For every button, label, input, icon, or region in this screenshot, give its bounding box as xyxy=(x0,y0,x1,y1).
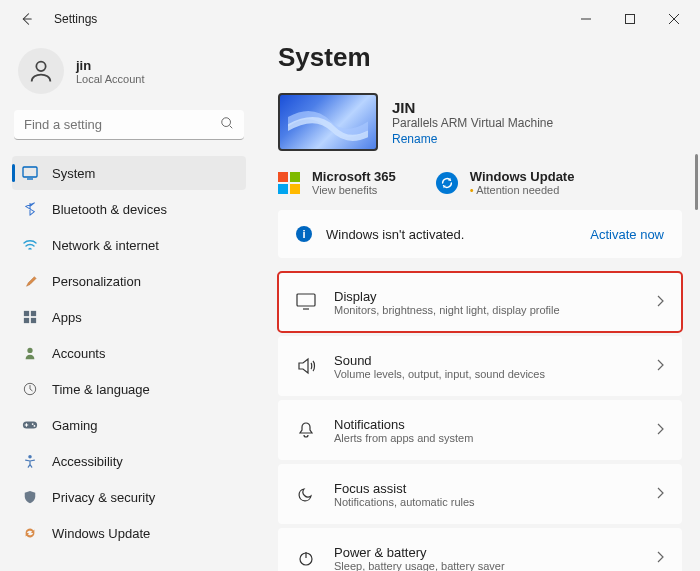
close-button[interactable] xyxy=(652,4,696,34)
sidebar: jin Local Account System Bluetooth & dev… xyxy=(0,38,258,571)
user-block[interactable]: jin Local Account xyxy=(12,44,246,110)
clock-icon xyxy=(22,381,38,397)
update-icon xyxy=(22,525,38,541)
svg-point-8 xyxy=(27,348,32,353)
device-thumbnail xyxy=(278,93,378,151)
apps-icon xyxy=(22,309,38,325)
svg-point-2 xyxy=(222,118,231,127)
sidebar-item-label: Gaming xyxy=(52,418,98,433)
setting-desc: Monitors, brightness, night light, displ… xyxy=(334,304,638,316)
sidebar-item-label: Privacy & security xyxy=(52,490,155,505)
setting-title: Display xyxy=(334,289,638,304)
chevron-right-icon xyxy=(656,293,664,311)
shield-icon xyxy=(22,489,38,505)
wu-sub: Attention needed xyxy=(470,184,575,196)
sidebar-item-label: Accessibility xyxy=(52,454,123,469)
chevron-right-icon xyxy=(656,421,664,439)
sidebar-item-windows-update[interactable]: Windows Update xyxy=(12,516,246,550)
microsoft-logo-icon xyxy=(278,172,300,194)
sidebar-item-label: Time & language xyxy=(52,382,150,397)
m365-title: Microsoft 365 xyxy=(312,169,396,184)
m365-sub: View benefits xyxy=(312,184,396,196)
bluetooth-icon xyxy=(22,201,38,217)
user-name: jin xyxy=(76,58,145,73)
person-icon xyxy=(27,57,55,85)
sidebar-item-label: Network & internet xyxy=(52,238,159,253)
minimize-button[interactable] xyxy=(564,4,608,34)
setting-desc: Notifications, automatic rules xyxy=(334,496,638,508)
info-icon: i xyxy=(296,226,312,242)
maximize-icon xyxy=(625,14,635,24)
setting-desc: Sleep, battery usage, battery saver xyxy=(334,560,638,572)
search-input[interactable] xyxy=(14,110,244,140)
power-icon xyxy=(296,548,316,568)
chevron-right-icon xyxy=(656,485,664,503)
rename-link[interactable]: Rename xyxy=(392,132,553,146)
arrow-left-icon xyxy=(19,12,33,26)
setting-title: Sound xyxy=(334,353,638,368)
sidebar-item-label: Accounts xyxy=(52,346,105,361)
svg-rect-14 xyxy=(297,294,315,306)
setting-card-focus-assist[interactable]: Focus assist Notifications, automatic ru… xyxy=(278,464,682,524)
maximize-button[interactable] xyxy=(608,4,652,34)
sidebar-item-label: System xyxy=(52,166,95,181)
setting-title: Notifications xyxy=(334,417,638,432)
setting-card-power[interactable]: Power & battery Sleep, battery usage, ba… xyxy=(278,528,682,571)
device-block: JIN Parallels ARM Virtual Machine Rename xyxy=(278,93,682,151)
page-title: System xyxy=(278,42,682,73)
sidebar-item-label: Bluetooth & devices xyxy=(52,202,167,217)
sidebar-item-personalization[interactable]: Personalization xyxy=(12,264,246,298)
paintbrush-icon xyxy=(22,273,38,289)
back-button[interactable] xyxy=(10,3,42,35)
device-model: Parallels ARM Virtual Machine xyxy=(392,116,553,130)
setting-title: Focus assist xyxy=(334,481,638,496)
activation-banner: i Windows isn't activated. Activate now xyxy=(278,210,682,258)
svg-point-12 xyxy=(34,425,36,427)
moon-icon xyxy=(296,484,316,504)
wu-title: Windows Update xyxy=(470,169,575,184)
close-icon xyxy=(669,14,679,24)
system-icon xyxy=(22,165,38,181)
setting-title: Power & battery xyxy=(334,545,638,560)
sidebar-item-network[interactable]: Network & internet xyxy=(12,228,246,262)
sidebar-item-label: Personalization xyxy=(52,274,141,289)
svg-point-1 xyxy=(36,62,45,71)
setting-card-notifications[interactable]: Notifications Alerts from apps and syste… xyxy=(278,400,682,460)
bell-icon xyxy=(296,420,316,440)
svg-rect-4 xyxy=(24,311,29,316)
wallpaper-icon xyxy=(288,99,368,145)
svg-rect-0 xyxy=(626,15,635,24)
microsoft-365-promo[interactable]: Microsoft 365 View benefits xyxy=(278,169,396,196)
sidebar-item-bluetooth[interactable]: Bluetooth & devices xyxy=(12,192,246,226)
setting-card-sound[interactable]: Sound Volume levels, output, input, soun… xyxy=(278,336,682,396)
titlebar: Settings xyxy=(0,0,700,38)
scrollbar[interactable] xyxy=(695,154,698,210)
search-icon xyxy=(220,116,234,134)
sidebar-item-system[interactable]: System xyxy=(12,156,246,190)
avatar xyxy=(18,48,64,94)
accounts-icon xyxy=(22,345,38,361)
chevron-right-icon xyxy=(656,357,664,375)
windows-update-promo[interactable]: Windows Update Attention needed xyxy=(436,169,575,196)
gaming-icon xyxy=(22,417,38,433)
sidebar-item-label: Windows Update xyxy=(52,526,150,541)
wifi-icon xyxy=(22,237,38,253)
sidebar-item-accessibility[interactable]: Accessibility xyxy=(12,444,246,478)
windows-update-icon xyxy=(436,172,458,194)
sidebar-item-time-language[interactable]: Time & language xyxy=(12,372,246,406)
display-icon xyxy=(296,292,316,312)
sidebar-item-accounts[interactable]: Accounts xyxy=(12,336,246,370)
svg-rect-3 xyxy=(23,167,37,177)
svg-rect-5 xyxy=(31,311,36,316)
setting-desc: Volume levels, output, input, sound devi… xyxy=(334,368,638,380)
sidebar-item-privacy[interactable]: Privacy & security xyxy=(12,480,246,514)
sound-icon xyxy=(296,356,316,376)
sidebar-item-apps[interactable]: Apps xyxy=(12,300,246,334)
setting-card-display[interactable]: Display Monitors, brightness, night ligh… xyxy=(278,272,682,332)
sidebar-item-label: Apps xyxy=(52,310,82,325)
activate-now-link[interactable]: Activate now xyxy=(590,227,664,242)
device-name: JIN xyxy=(392,99,553,116)
sidebar-item-gaming[interactable]: Gaming xyxy=(12,408,246,442)
activation-text: Windows isn't activated. xyxy=(326,227,576,242)
svg-rect-6 xyxy=(24,318,29,323)
